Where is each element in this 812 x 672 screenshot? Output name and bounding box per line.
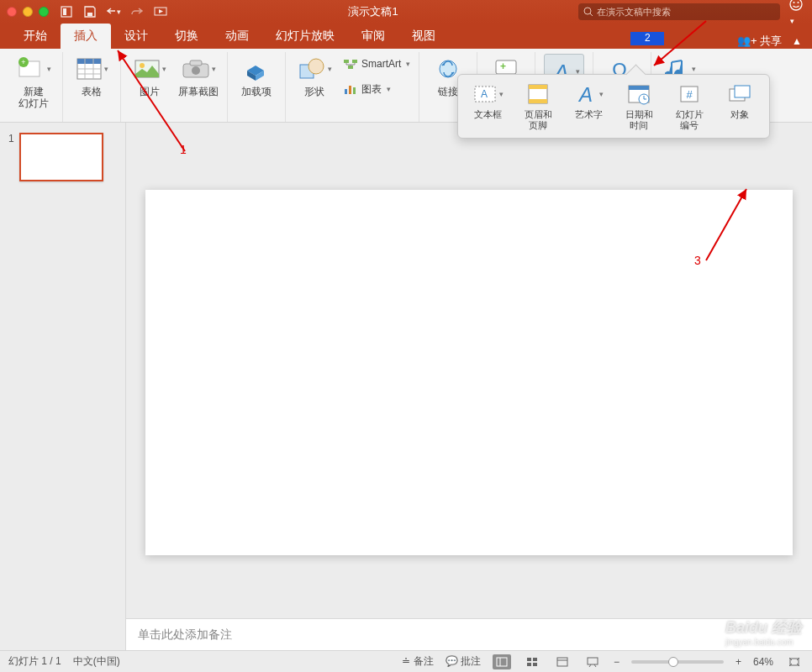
zoom-window[interactable] [39,7,49,17]
save-icon[interactable] [82,4,98,19]
tab-insert[interactable]: 插入 [61,24,111,49]
autosave-icon[interactable] [59,4,74,19]
close-window[interactable] [7,7,17,17]
svg-point-22 [192,66,200,75]
svg-point-8 [798,2,799,3]
svg-text:A: A [481,88,488,100]
svg-point-4 [584,8,591,14]
slide-number-button[interactable]: # 幻灯片 编号 [668,81,710,131]
share-button[interactable]: 👥+ 共享 [737,34,782,49]
ribbon-tabs: 开始 插入 设计 切换 动画 幻灯片放映 审阅 视图 👥+ 共享 ▲ [0,24,812,49]
new-slide-button[interactable]: +▾ 新建 幻灯片 [13,54,54,109]
svg-rect-28 [345,89,347,94]
svg-point-31 [440,60,456,77]
comments-toggle[interactable]: 💬 批注 [446,654,481,669]
svg-rect-51 [527,658,531,661]
tab-slideshow[interactable]: 幻灯片放映 [262,24,348,49]
collapse-ribbon-icon[interactable]: ▲ [792,35,802,47]
normal-view-icon[interactable] [493,654,511,669]
language-label[interactable]: 中文(中国) [73,654,120,669]
screenshot-button[interactable]: ▾ 屏幕截图 [178,54,219,97]
search-input[interactable]: 在演示文稿中搜索 [578,3,780,20]
slide[interactable] [145,190,793,555]
annotation-label-3: 3 [694,254,701,267]
chart-icon [343,82,358,96]
svg-point-24 [308,59,324,74]
annotation-label-2: 2 [645,32,651,44]
textbox-button[interactable]: A▾ 文本框 [467,81,509,131]
undo-icon[interactable]: ▾ [106,4,121,19]
svg-rect-30 [353,87,356,94]
thumbnail-number: 1 [8,133,14,181]
tab-view[interactable]: 视图 [398,24,449,49]
header-footer-button[interactable]: 页眉和 页脚 [517,81,559,131]
sorter-view-icon[interactable] [523,654,541,669]
status-bar: 幻灯片 1 / 1 中文(中国) ≐ 备注 💬 批注 − + 64% [0,650,812,672]
document-title: 演示文稿1 [168,4,578,19]
tab-review[interactable]: 审阅 [348,24,398,49]
tab-home[interactable]: 开始 [10,24,61,49]
svg-text:+: + [500,60,506,72]
svg-rect-2 [87,13,92,16]
zoom-out[interactable]: − [614,656,620,668]
search-icon [583,7,593,17]
svg-text:+: + [21,58,25,66]
tab-animations[interactable]: 动画 [212,24,262,49]
svg-rect-29 [349,86,351,94]
redo-icon[interactable] [129,4,145,19]
svg-rect-54 [533,663,537,666]
addins-button[interactable]: 加载项 [236,54,277,97]
svg-rect-43 [629,86,649,90]
svg-rect-13 [77,59,101,64]
notes-toggle[interactable]: ≐ 备注 [402,654,433,669]
tab-transitions[interactable]: 切换 [161,24,212,49]
svg-rect-21 [190,60,202,66]
object-button[interactable]: 对象 [719,81,761,131]
feedback-icon[interactable]: ▾ [788,0,805,27]
svg-rect-40 [529,99,547,103]
svg-rect-53 [527,663,531,666]
reading-view-icon[interactable] [553,654,572,669]
annotation-label-1: 1 [180,143,187,156]
search-placeholder: 在演示文稿中搜索 [597,6,671,18]
date-time-button[interactable]: 日期和 时间 [618,81,660,131]
svg-rect-1 [63,8,66,15]
svg-point-19 [140,63,145,68]
svg-rect-52 [533,658,537,661]
svg-point-6 [790,0,802,10]
notes-placeholder: 单击此处添加备注 [138,627,232,643]
workspace: 1 单击此处添加备注 [0,123,812,650]
svg-point-7 [794,2,795,3]
smartart-button[interactable]: SmartArt▾ [343,54,410,74]
svg-rect-49 [497,658,507,666]
chart-button[interactable]: 图表▾ [343,79,410,99]
table-button[interactable]: ▾ 表格 [71,54,112,97]
minimize-window[interactable] [23,7,33,17]
thumbnail-item[interactable]: 1 [0,133,125,181]
tab-design[interactable]: 设计 [111,24,161,49]
notes-pane[interactable]: 单击此处添加备注 [126,618,812,650]
svg-rect-55 [557,658,567,666]
slideshow-view-icon[interactable] [583,654,602,669]
svg-line-5 [590,13,593,16]
svg-rect-57 [588,658,598,664]
editor-pane: 单击此处添加备注 [126,123,812,650]
thumbnail-pane[interactable]: 1 [0,123,126,650]
svg-text:A: A [577,83,592,105]
slide-canvas-area[interactable] [126,123,812,618]
zoom-slider[interactable] [631,660,724,664]
watermark: Baidu 经验 jingyan.baidu.com [725,617,802,647]
thumbnail-preview[interactable] [19,133,103,181]
svg-rect-39 [529,85,547,89]
text-dropdown-panel: A▾ 文本框 页眉和 页脚 A▾ 艺术字 日期和 时间 # 幻灯片 编号 对象 [457,74,770,139]
start-slideshow-icon[interactable] [153,4,168,19]
shapes-button[interactable]: ▾ 形状 [294,54,335,97]
window-controls [7,7,49,17]
fit-window-icon[interactable] [785,654,804,669]
zoom-in[interactable]: + [736,656,741,668]
quick-access-toolbar: ▾ [59,4,168,19]
slide-count-label: 幻灯片 1 / 1 [8,654,61,669]
picture-button[interactable]: ▾ 图片 [129,54,170,97]
wordart-button[interactable]: A▾ 艺术字 [567,81,609,131]
zoom-level[interactable]: 64% [753,656,773,668]
